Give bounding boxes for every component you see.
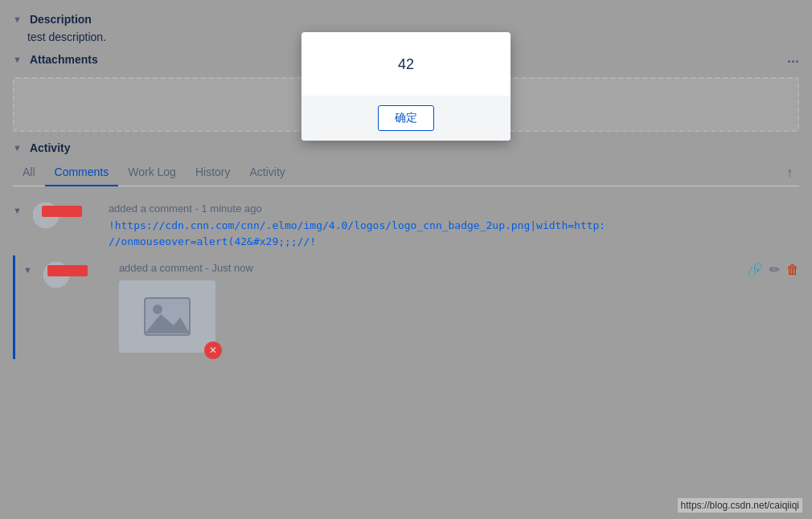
main-content: ▼ Description test description. ▼ Attach… [0,0,812,519]
modal-overlay: 42 确定 [0,0,812,519]
alert-dialog: 42 确定 [301,32,511,141]
modal-confirm-button[interactable]: 确定 [378,105,434,131]
modal-body: 42 [301,32,511,96]
modal-footer: 确定 [301,96,511,141]
modal-value: 42 [318,56,494,73]
